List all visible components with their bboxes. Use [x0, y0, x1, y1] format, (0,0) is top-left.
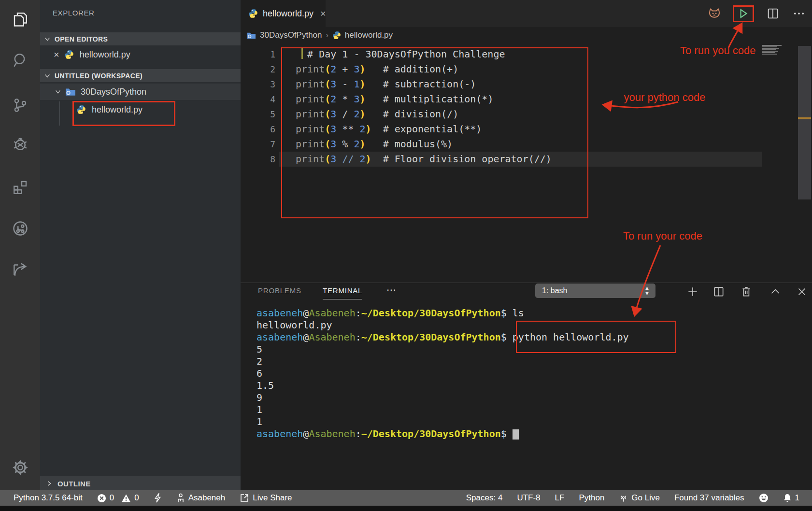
- scrollbar-marker: [798, 117, 811, 119]
- outline-section-header[interactable]: OUTLINE: [40, 476, 241, 491]
- explorer-sidebar: EXPLORER OPEN EDITORS × helloworld.py UN…: [40, 0, 241, 490]
- breadcrumb-file[interactable]: helloworld.py: [345, 30, 393, 40]
- status-lightning[interactable]: [154, 493, 162, 503]
- python-file-icon: [248, 9, 258, 18]
- breadcrumb-separator: ›: [326, 31, 328, 40]
- terminal-line: 1: [256, 404, 629, 416]
- status-notifications[interactable]: 1: [783, 493, 799, 503]
- terminal-line: 9: [256, 392, 629, 404]
- tab-helloworld[interactable]: helloworld.py ×: [241, 0, 326, 27]
- close-panel-icon[interactable]: [795, 284, 809, 299]
- source-control-icon[interactable]: [0, 94, 40, 117]
- bottom-strip: [0, 506, 812, 511]
- status-user[interactable]: Asabeneh: [176, 493, 226, 503]
- split-editor-icon[interactable]: [764, 5, 782, 22]
- lightning-icon: [154, 493, 162, 503]
- vscode-window: EXPLORER OPEN EDITORS × helloworld.py UN…: [0, 0, 812, 511]
- line-number: 5: [241, 107, 275, 122]
- status-go-live[interactable]: Go Live: [619, 493, 660, 503]
- minimap[interactable]: [762, 45, 784, 55]
- select-updown-icon: ▲▼: [644, 285, 650, 296]
- workspace-header[interactable]: UNTITLED (WORKSPACE): [40, 69, 241, 82]
- annotation-box-code: [281, 47, 588, 218]
- status-live-share[interactable]: Live Share: [240, 493, 292, 503]
- line-number: 6: [241, 122, 275, 137]
- annotation-your-python-code: your python code: [619, 91, 710, 104]
- line-number: 8: [241, 152, 275, 167]
- folder-icon: [247, 31, 256, 40]
- add-terminal-icon[interactable]: [685, 284, 700, 299]
- annotation-run-top: To run you code: [680, 44, 756, 57]
- status-python-version[interactable]: Python 3.7.5 64-bit: [14, 493, 83, 503]
- close-icon[interactable]: ×: [54, 49, 59, 60]
- chevron-down-icon: [55, 88, 61, 95]
- panel: PROBLEMS TERMINAL ⋯ 1: bash ▲▼ asab: [241, 283, 812, 491]
- folder-icon: [65, 87, 76, 97]
- live-share-icon[interactable]: [0, 258, 40, 281]
- chevron-down-icon: [44, 72, 51, 79]
- extensions-icon[interactable]: [0, 176, 40, 199]
- annotation-box-run-button: [733, 5, 754, 22]
- python-file-icon: [64, 50, 74, 59]
- status-language[interactable]: Python: [579, 493, 604, 503]
- debug-icon[interactable]: [0, 133, 40, 156]
- status-bar: Python 3.7.5 64-bit 0 0 Asabeneh Live Sh…: [0, 490, 812, 506]
- terminal-line: 1: [256, 416, 629, 428]
- line-number: 1: [241, 47, 275, 62]
- tab-terminal[interactable]: TERMINAL: [323, 286, 362, 299]
- search-icon[interactable]: [0, 49, 40, 72]
- line-number: 3: [241, 77, 275, 92]
- line-number: 4: [241, 92, 275, 107]
- python-file-icon: [332, 31, 341, 40]
- person-icon: [176, 493, 185, 503]
- cat-icon[interactable]: [706, 5, 723, 22]
- terminal-line: asabeneh@Asabeneh:~/Desktop/30DaysOfPyth…: [256, 428, 629, 440]
- maximize-panel-icon[interactable]: [768, 284, 783, 299]
- tree-item-folder-30daysofpython[interactable]: 30DaysOfPython: [40, 84, 241, 100]
- open-editor-item-helloworld[interactable]: × helloworld.py: [40, 46, 241, 63]
- settings-gear-icon[interactable]: [0, 456, 40, 479]
- open-editors-header[interactable]: OPEN EDITORS: [40, 32, 241, 45]
- status-variables[interactable]: Found 37 variables: [674, 493, 744, 503]
- kill-terminal-icon[interactable]: [739, 284, 754, 299]
- annotation-box-run-command: [516, 321, 676, 353]
- panel-more-icon[interactable]: ⋯: [386, 284, 397, 296]
- terminal-line: 6: [256, 368, 629, 380]
- sidebar-title: EXPLORER: [53, 9, 95, 17]
- status-encoding[interactable]: UTF-8: [517, 493, 540, 503]
- terminal-line: asabeneh@Asabeneh:~/Desktop/30DaysOfPyth…: [256, 307, 629, 319]
- live-share-icon: [240, 493, 249, 503]
- terminal-line: 2: [256, 355, 629, 368]
- feedback-smiley-icon[interactable]: [759, 493, 769, 503]
- annotation-run-bottom: To run your code: [623, 230, 702, 242]
- files-icon[interactable]: [0, 8, 40, 31]
- broadcast-icon: [619, 493, 628, 503]
- editor-tab-bar: helloworld.py ×: [241, 0, 812, 27]
- chevron-down-icon: [44, 36, 51, 43]
- tab-label: helloworld.py: [263, 9, 313, 19]
- editor-scrollbar[interactable]: [798, 46, 811, 199]
- terminal-line: 1.5: [256, 380, 629, 392]
- breadcrumb[interactable]: 30DaysOfPython › helloworld.py: [241, 27, 812, 43]
- breadcrumb-folder[interactable]: 30DaysOfPython: [260, 30, 322, 40]
- activity-bar: [0, 0, 40, 490]
- gitlens-icon[interactable]: [0, 217, 40, 240]
- line-number: 2: [241, 62, 275, 77]
- terminal-shell-select[interactable]: 1: bash ▲▼: [535, 284, 655, 298]
- chevron-right-icon: [46, 480, 53, 487]
- error-icon: [97, 494, 106, 503]
- status-eol[interactable]: LF: [555, 493, 565, 503]
- split-terminal-icon[interactable]: [712, 284, 726, 299]
- line-number: 7: [241, 137, 275, 152]
- terminal-cursor: [513, 429, 519, 440]
- annotation-box-file: [72, 101, 175, 126]
- tab-problems[interactable]: PROBLEMS: [258, 286, 301, 295]
- status-indentation[interactable]: Spaces: 4: [466, 493, 503, 503]
- more-actions-icon[interactable]: [790, 5, 808, 22]
- status-problems[interactable]: 0 0: [97, 493, 139, 503]
- tab-close-icon[interactable]: ×: [320, 8, 326, 19]
- bell-icon: [783, 493, 792, 503]
- warning-icon: [121, 494, 131, 503]
